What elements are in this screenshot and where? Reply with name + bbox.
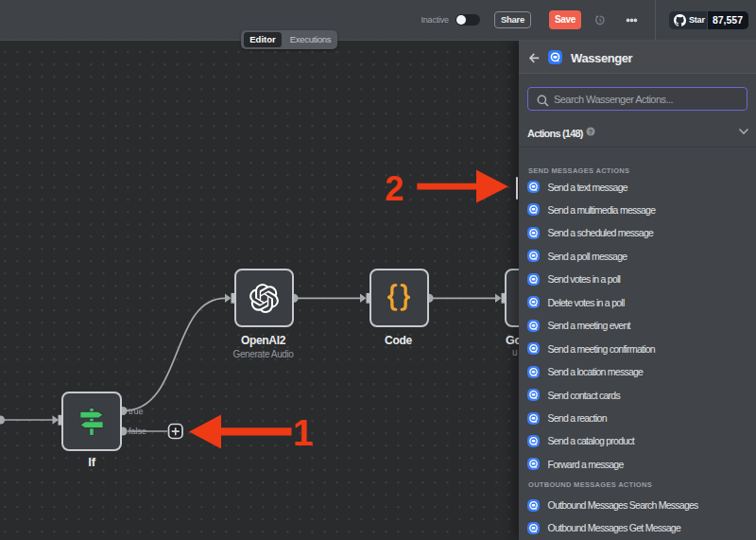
- svg-text:2: 2: [385, 169, 404, 208]
- svg-text:?: ?: [589, 129, 593, 136]
- svg-text:true: true: [129, 407, 144, 416]
- svg-text:1: 1: [293, 412, 314, 453]
